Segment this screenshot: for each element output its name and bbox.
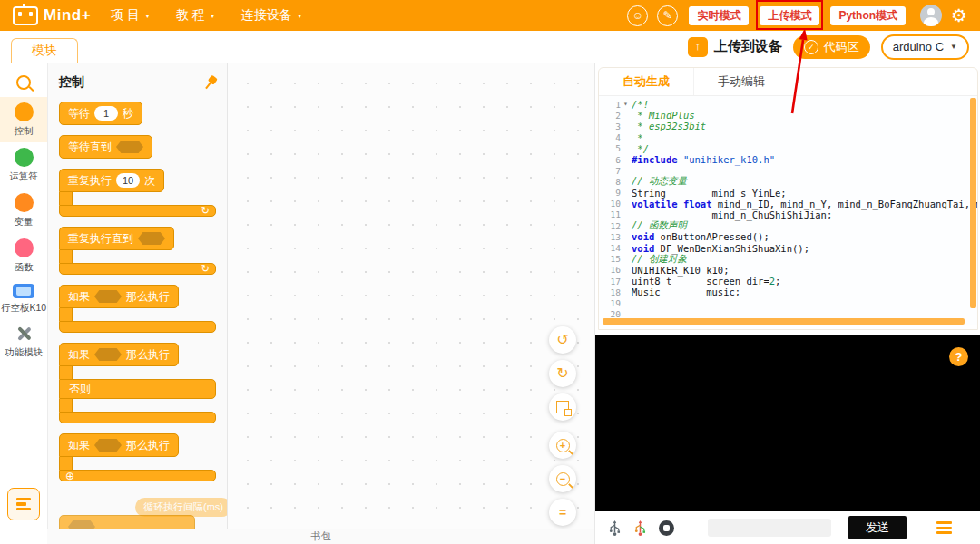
- menu-connect-device[interactable]: 连接设备 ▼: [241, 7, 303, 24]
- pin-icon[interactable]: [201, 73, 219, 92]
- sidebar-item-control[interactable]: 控制: [0, 97, 47, 142]
- logo-text: Mind+: [44, 6, 91, 24]
- sidebar-item-variables[interactable]: 变量: [0, 188, 47, 233]
- canvas-toolbar: ↺ ↻ + − =: [549, 326, 576, 526]
- control-category-icon: [15, 102, 34, 121]
- workspace-canvas[interactable]: ↺ ↻ + − =: [228, 63, 594, 544]
- edit-survey-icon[interactable]: ✎: [657, 5, 678, 26]
- serial-toolbar: 发送: [595, 511, 980, 544]
- code-line: 10volatile float mind_n_ID, mind_n_Y, mi…: [599, 199, 977, 209]
- block-if-then-else[interactable]: 如果 那么执行 否则: [59, 343, 216, 423]
- undo-icon: ↺: [556, 333, 568, 347]
- screenshot-button[interactable]: [549, 393, 576, 421]
- code-editor[interactable]: 1▾/*!2 * MindPlus3 * esp32s3bit4 *5 */6#…: [599, 96, 977, 325]
- firmware-flash-icon[interactable]: [633, 520, 647, 537]
- mindplus-robot-icon: [13, 6, 38, 25]
- help-button[interactable]: ?: [949, 347, 968, 366]
- number-input[interactable]: 1: [94, 106, 118, 121]
- topbar-right: ☺ ✎ 实时模式 上传模式 Python模式 ⚙: [627, 5, 967, 26]
- number-input[interactable]: 10: [116, 173, 140, 188]
- extension-blocks-icon: [16, 498, 31, 501]
- screenshot-icon: [556, 401, 569, 413]
- code-line: 16UNIHIKER_K10 k10;: [599, 265, 977, 276]
- redo-button[interactable]: ↻: [549, 360, 576, 387]
- block-repeat-until[interactable]: 重复执行直到 ↻: [59, 227, 216, 275]
- backpack-label: 书包: [311, 529, 331, 544]
- tools-icon: [15, 325, 33, 343]
- serial-monitor[interactable]: ?: [595, 335, 980, 511]
- zoom-in-button[interactable]: +: [549, 432, 576, 459]
- undo-button[interactable]: ↺: [549, 326, 576, 354]
- upload-to-device-button[interactable]: ↑ 上传到设备: [688, 37, 782, 57]
- sidebar-item-function-modules[interactable]: 功能模块: [0, 319, 47, 364]
- toolbar-right: ↑ 上传到设备 ✓ 代码区 arduino C ▼: [688, 34, 969, 60]
- code-panel: 自动生成 手动编辑 1▾/*!2 * MindPlus3 * esp32s3bi…: [598, 67, 978, 330]
- chevron-down-icon: ▼: [297, 13, 303, 19]
- upload-mode-button[interactable]: 上传模式: [760, 6, 819, 25]
- usb-connect-icon[interactable]: [608, 520, 622, 537]
- condition-slot[interactable]: [94, 348, 122, 361]
- operators-category-icon: [15, 148, 34, 167]
- scroll-lock-icon[interactable]: [659, 520, 674, 536]
- sidebar-item-unihiker-k10[interactable]: 行空板K10: [0, 278, 47, 319]
- serial-menu-icon[interactable]: [936, 521, 952, 534]
- loop-arrow-icon: ↻: [201, 264, 210, 274]
- code-line: 12// 函数声明: [599, 220, 977, 231]
- language-label: arduino C: [893, 40, 944, 53]
- palette-header: 控制: [59, 74, 216, 91]
- backpack-bar[interactable]: 书包: [47, 529, 594, 544]
- send-button[interactable]: 发送: [848, 516, 906, 539]
- code-area-label: 代码区: [824, 39, 859, 55]
- tab-auto-generate[interactable]: 自动生成: [599, 68, 694, 95]
- condition-slot[interactable]: [138, 232, 165, 245]
- menu-bar: 项 目 ▼ 教 程 ▼ 连接设备 ▼: [111, 7, 303, 24]
- search-button[interactable]: [16, 63, 31, 97]
- condition-slot[interactable]: [116, 141, 143, 153]
- code-line: 19: [599, 297, 977, 308]
- avatar[interactable]: [920, 5, 942, 26]
- sidebar-item-functions[interactable]: 函数: [0, 233, 47, 278]
- condition-slot[interactable]: [94, 290, 122, 303]
- block-repeat-times[interactable]: 重复执行 10 次 ↻: [59, 169, 216, 217]
- code-line: 13void onButtonAPressed();: [599, 231, 977, 242]
- code-line: 1▾/*!: [599, 99, 977, 110]
- feedback-icon[interactable]: ☺: [627, 5, 648, 26]
- code-lines: 1▾/*!2 * MindPlus3 * esp32s3bit4 *5 */6#…: [599, 99, 977, 320]
- block-if-then-2[interactable]: 如果 那么执行 ⊕: [59, 433, 216, 481]
- mindplus-logo[interactable]: Mind+: [13, 6, 91, 25]
- settings-gear-icon[interactable]: ⚙: [951, 6, 967, 24]
- block-wait[interactable]: 等待 1 秒: [59, 102, 142, 125]
- menu-connect-device-label: 连接设备: [241, 7, 292, 24]
- code-horizontal-scrollbar[interactable]: [603, 318, 965, 325]
- unihiker-k10-board-icon: [13, 284, 34, 298]
- language-select[interactable]: arduino C ▼: [881, 34, 969, 60]
- toolbar: 模块 ↑ 上传到设备 ✓ 代码区 arduino C ▼: [0, 31, 980, 63]
- zoom-reset-button[interactable]: =: [549, 499, 576, 526]
- realtime-mode-button[interactable]: 实时模式: [689, 6, 749, 25]
- zoom-out-button[interactable]: −: [549, 465, 576, 492]
- upload-icon: ↑: [688, 37, 708, 57]
- expand-plus-icon[interactable]: ⊕: [65, 471, 74, 481]
- zoom-out-icon: −: [556, 472, 570, 486]
- tab-modules[interactable]: 模块: [11, 38, 78, 63]
- check-icon: ✓: [804, 40, 818, 54]
- chevron-down-icon: ▼: [950, 44, 957, 51]
- code-line: 2 * MindPlus: [599, 110, 977, 121]
- code-vertical-scrollbar[interactable]: [970, 98, 976, 308]
- serial-send-input[interactable]: [708, 519, 831, 537]
- menu-tutorial[interactable]: 教 程 ▼: [176, 7, 216, 24]
- menu-project[interactable]: 项 目 ▼: [111, 7, 151, 24]
- functions-category-icon: [15, 238, 34, 257]
- block-if-then[interactable]: 如果 那么执行: [59, 285, 216, 333]
- code-line: 18Music music;: [599, 287, 977, 297]
- python-mode-button[interactable]: Python模式: [830, 6, 906, 25]
- code-area-button[interactable]: ✓ 代码区: [793, 35, 870, 59]
- tab-manual-edit[interactable]: 手动编辑: [694, 68, 789, 95]
- sidebar-item-operators[interactable]: 运算符: [0, 142, 47, 188]
- ghost-block: 循环执行间隔(ms): [135, 498, 228, 517]
- category-sidebar: 控制 运算符 变量 函数 行空板K10 功能模块: [0, 63, 48, 544]
- zoom-reset-icon: =: [559, 506, 566, 519]
- condition-slot[interactable]: [94, 439, 122, 452]
- extensions-button[interactable]: [7, 488, 40, 520]
- block-wait-until[interactable]: 等待直到: [59, 135, 152, 159]
